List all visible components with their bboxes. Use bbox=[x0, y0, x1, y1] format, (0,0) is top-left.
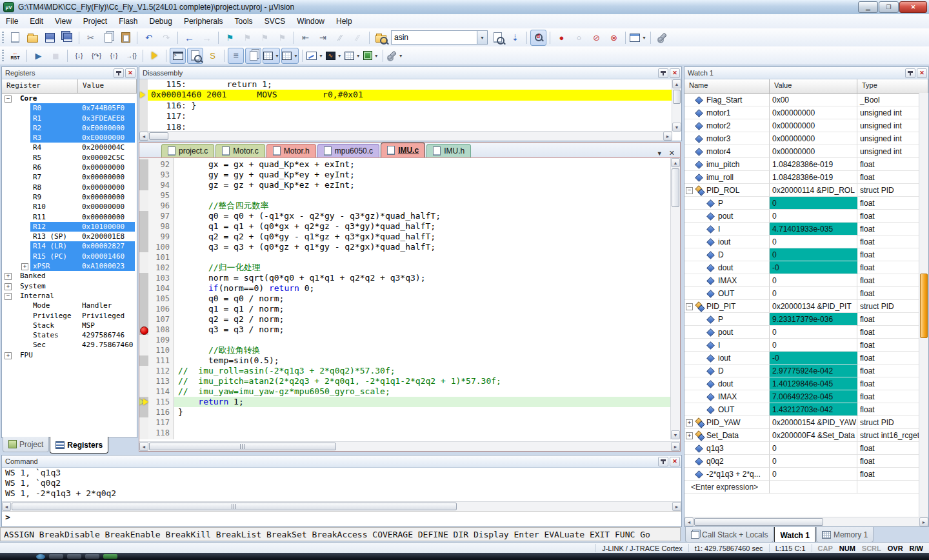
tab-motor-c[interactable]: Motor.c bbox=[215, 144, 265, 157]
command-window-button[interactable] bbox=[170, 48, 186, 64]
dropdown-arrow-icon[interactable]: ▼ bbox=[356, 54, 361, 58]
menu-view[interactable]: View bbox=[49, 15, 77, 27]
tab-mpu6050-c[interactable]: mpu6050.c bbox=[317, 144, 379, 157]
bookmark-clear-all-button[interactable]: ⚑ bbox=[274, 30, 290, 46]
tab-imu-h[interactable]: IMU.h bbox=[426, 144, 471, 157]
toolbar-grip[interactable] bbox=[2, 50, 4, 61]
disassembly-window-button[interactable] bbox=[187, 48, 203, 64]
code-line[interactable]: 98 q1 = q1 + (q0*gx + q2*gz - q3*gy)*qua… bbox=[139, 221, 671, 232]
command-input-row[interactable]: > bbox=[2, 511, 681, 523]
trace-windows-button[interactable]: ▼ bbox=[344, 48, 361, 64]
editor-hscrollbar[interactable]: ◄ ► bbox=[139, 441, 680, 451]
tab-motor-h[interactable]: Motor.h bbox=[266, 144, 316, 157]
menu-project[interactable]: Project bbox=[77, 15, 113, 27]
watch-row[interactable]: <Enter expression> bbox=[684, 481, 928, 494]
bookmark-toggle-button[interactable]: ⚑ bbox=[222, 30, 238, 46]
watch-row[interactable]: pout0float bbox=[684, 210, 928, 223]
enable-disable-breakpoint-button[interactable]: ○ bbox=[571, 30, 587, 46]
undo-button[interactable]: ↶ bbox=[141, 30, 157, 46]
minimize-button[interactable]: ▁ bbox=[858, 1, 878, 13]
register-row[interactable]: R120x10100000 bbox=[2, 222, 137, 232]
code-line[interactable]: 102 //归一化处理 bbox=[139, 263, 671, 273]
register-row[interactable]: +System bbox=[2, 281, 137, 291]
reset-cpu-button[interactable]: ←RST bbox=[7, 48, 23, 64]
register-row[interactable]: +Banked bbox=[2, 271, 137, 281]
pin-icon[interactable] bbox=[114, 68, 124, 78]
tab-list-dropdown-icon[interactable]: ▼ bbox=[657, 150, 663, 157]
comment-selection-button[interactable]: ∕∕ bbox=[332, 30, 348, 46]
menu-svcs[interactable]: SVCS bbox=[259, 15, 292, 27]
code-line[interactable]: 101 bbox=[139, 252, 671, 263]
register-row[interactable]: −Internal bbox=[2, 291, 137, 301]
bookmark-prev-button[interactable]: ⚑ bbox=[239, 30, 255, 46]
register-row[interactable]: R14 (LR)0x00002827 bbox=[2, 241, 137, 251]
kill-all-breakpoints-button[interactable]: ⊗ bbox=[606, 30, 622, 46]
expand-icon[interactable]: + bbox=[5, 273, 12, 280]
disassembly-line[interactable]: 0x00001460 2001 MOVS r0,#0x01 bbox=[139, 90, 681, 100]
register-row[interactable]: +xPSR0xA1000023 bbox=[2, 261, 137, 271]
command-output[interactable]: WS 1, `q1q3WS 1, `q0q2WS 1, -2*q1q3 + 2*… bbox=[2, 468, 681, 501]
start-stop-debug-button[interactable] bbox=[530, 30, 546, 46]
step-over-button[interactable]: {↷} bbox=[88, 48, 105, 64]
register-row[interactable]: R15 (PC)0x00001460 bbox=[2, 252, 137, 261]
code-editor[interactable]: 92 gx = gx + quad_Kp*ex + exInt;93 gy = … bbox=[139, 158, 680, 439]
disassembly-line[interactable]: 118: bbox=[139, 122, 681, 131]
watch-row[interactable]: P0float bbox=[684, 197, 928, 210]
watch-row[interactable]: motor30x00000000unsigned int bbox=[684, 132, 928, 145]
register-row[interactable]: R50x00002C5C bbox=[2, 153, 137, 163]
code-line[interactable]: 93 gy = gy + quad_Kp*ey + eyInt; bbox=[139, 170, 671, 180]
dropdown-arrow-icon[interactable]: ▼ bbox=[319, 54, 323, 58]
pin-icon[interactable] bbox=[905, 68, 915, 78]
pin-icon[interactable] bbox=[658, 457, 668, 466]
close-button[interactable]: ✕ bbox=[899, 1, 927, 13]
paste-button[interactable] bbox=[117, 30, 134, 46]
code-line[interactable]: 114// imu_yaw=imu_yaw-gz*mpu6050_gyro_sc… bbox=[139, 386, 671, 397]
breakpoint-icon[interactable] bbox=[140, 326, 148, 335]
menu-file[interactable]: File bbox=[0, 15, 24, 27]
watch-vscrollbar[interactable] bbox=[919, 93, 928, 517]
watch-row[interactable]: I4.71401933e-035float bbox=[684, 223, 928, 235]
search-dropdown-button[interactable]: ▼ bbox=[477, 31, 487, 44]
code-line[interactable]: 95 bbox=[139, 190, 671, 201]
watch-row[interactable]: IMAX0float bbox=[684, 274, 928, 287]
code-line[interactable]: 103 norm = sqrt(q0*q0 + q1*q1 + q2*q2 + … bbox=[139, 273, 671, 283]
copy-button[interactable] bbox=[100, 30, 116, 46]
window-layout-button[interactable]: ▼ bbox=[629, 30, 647, 46]
taskbar-app-4[interactable] bbox=[103, 554, 117, 559]
close-icon[interactable]: ✕ bbox=[670, 68, 680, 78]
menu-peripherals[interactable]: Peripherals bbox=[178, 15, 229, 27]
taskbar-app-1[interactable] bbox=[49, 554, 63, 559]
collapse-icon[interactable]: − bbox=[5, 293, 12, 300]
menu-flash[interactable]: Flash bbox=[113, 15, 143, 27]
code-line[interactable]: 105 q0 = q0 / norm; bbox=[139, 294, 671, 304]
code-line[interactable]: 108 q3 = q3 / norm; bbox=[139, 325, 671, 335]
tab-project[interactable]: Project bbox=[3, 437, 49, 452]
register-row[interactable]: R70x00000000 bbox=[2, 172, 137, 182]
code-line[interactable]: 118 bbox=[139, 428, 671, 438]
code-line[interactable]: 106 q1 = q1 / norm; bbox=[139, 304, 671, 314]
register-row[interactable]: R20xE0000000 bbox=[2, 123, 137, 133]
code-line[interactable]: 96 //整合四元数率 bbox=[139, 201, 671, 211]
dropdown-arrow-icon[interactable]: ▼ bbox=[374, 54, 379, 58]
navigate-forward-button[interactable]: → bbox=[199, 30, 215, 46]
dropdown-arrow-icon[interactable]: ▼ bbox=[275, 54, 279, 58]
register-row[interactable]: R00x744B05F0 bbox=[2, 103, 137, 113]
close-document-icon[interactable]: ✕ bbox=[669, 149, 675, 157]
register-row[interactable]: States4297586746 bbox=[2, 330, 137, 340]
run-to-cursor-line-button[interactable]: →{} bbox=[123, 48, 139, 64]
start-button[interactable] bbox=[36, 554, 45, 559]
watch-row[interactable]: Flag_Start0x00_Bool bbox=[684, 94, 928, 106]
open-file-button[interactable] bbox=[25, 30, 41, 46]
redo-button[interactable]: ↷ bbox=[158, 30, 174, 46]
code-line[interactable]: 117 bbox=[139, 417, 671, 428]
system-viewer-button[interactable]: ▼ bbox=[363, 48, 379, 64]
close-icon[interactable]: ✕ bbox=[917, 68, 927, 78]
disassembly-vscrollbar[interactable]: ▲ ▼ bbox=[672, 79, 681, 132]
watch-row[interactable]: D2.97775924e-042float bbox=[684, 365, 928, 377]
watch-row[interactable]: D0float bbox=[684, 248, 928, 261]
code-line[interactable]: 97 q0 = q0 + (-q1*gx - q2*gy - q3*gz)*qu… bbox=[139, 211, 671, 221]
register-row[interactable]: PrivilegePrivileged bbox=[2, 311, 137, 321]
register-row[interactable]: ModeHandler bbox=[2, 301, 137, 310]
find-next-button[interactable] bbox=[490, 30, 506, 46]
serial-windows-button[interactable]: ▼ bbox=[306, 48, 324, 64]
